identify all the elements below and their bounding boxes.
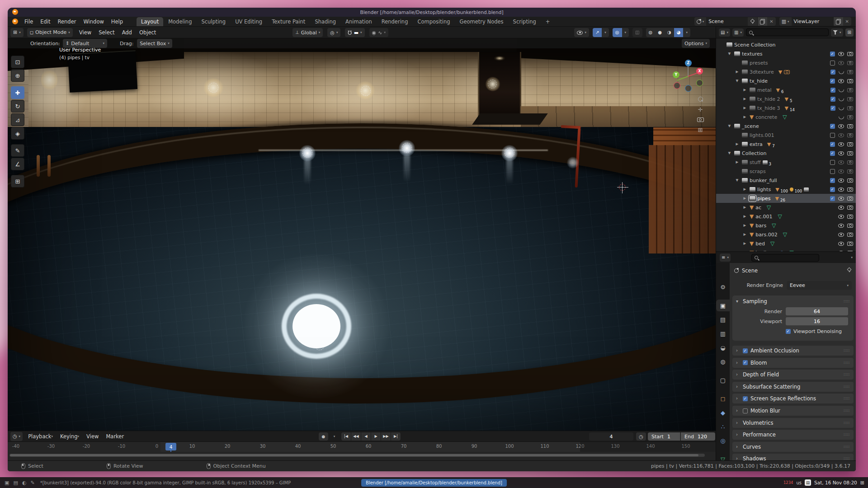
exclude-checkbox[interactable]	[830, 61, 835, 66]
outliner-row-scene[interactable]: ▼_scene	[716, 122, 856, 131]
properties-tab-tool[interactable]: ⚙	[716, 281, 730, 293]
render-samples-field[interactable]: 64	[786, 307, 848, 315]
hide-in-viewport-toggle[interactable]	[838, 242, 844, 246]
outliner-row-metal[interactable]: ▶metal▼6	[716, 85, 856, 94]
properties-tab-scene[interactable]: ◒	[716, 342, 730, 353]
show-overlays-toggle[interactable]: ◎	[613, 28, 622, 37]
pan-icon[interactable]: ✛	[698, 107, 703, 113]
hide-in-viewport-toggle[interactable]	[838, 160, 844, 164]
light-empty-gizmo[interactable]	[302, 148, 312, 158]
workspace-tab-scripting[interactable]: Scripting	[509, 17, 541, 26]
exclude-checkbox[interactable]	[830, 52, 835, 56]
hide-in-viewport-toggle[interactable]	[839, 89, 844, 92]
snapping-controls[interactable]: Ω ▬ ▾	[345, 28, 364, 37]
new-scene-button[interactable]	[757, 17, 767, 26]
tool-transform[interactable]: ◈	[11, 127, 24, 140]
outliner-filter-button[interactable]: ▾	[831, 28, 843, 37]
viewport-menu-view[interactable]: View	[75, 27, 95, 38]
hide-in-viewport-toggle[interactable]	[838, 61, 844, 65]
viewport-samples-field[interactable]: 16	[786, 317, 848, 325]
outliner-row-bunker-full[interactable]: ▼bunker_full	[716, 176, 856, 185]
panel-curves[interactable]: ›Curves∷∷	[732, 442, 854, 452]
axis-x-ball[interactable]: X	[696, 68, 703, 75]
outliner-row-textures[interactable]: ▼textures	[716, 49, 856, 58]
workspace-tab-sculpting[interactable]: Sculpting	[197, 17, 230, 26]
hide-in-viewport-toggle[interactable]	[838, 224, 844, 228]
panel-checkbox-checked[interactable]	[743, 360, 748, 365]
properties-tab-particles[interactable]: ∴	[716, 421, 730, 432]
properties-tab-view-layer[interactable]: ▥	[716, 328, 730, 339]
disable-in-renders-toggle[interactable]	[847, 106, 853, 110]
outliner-row-bars[interactable]: ▶▼bars▽	[716, 221, 856, 230]
drag-setting-selector[interactable]: Select Box ▾	[137, 39, 172, 48]
transport-next-keyframe[interactable]: ▶▶	[381, 432, 391, 441]
workspace-tab-shading[interactable]: Shading	[310, 17, 340, 26]
viewport-menu-add[interactable]: Add	[118, 27, 136, 38]
checkbox-checked[interactable]	[786, 329, 791, 334]
panel-performance[interactable]: ›Performance∷∷	[732, 430, 854, 440]
tray-app-icon[interactable]: ▤	[805, 479, 811, 486]
transport-play[interactable]: ▶	[371, 432, 381, 441]
exclude-checkbox[interactable]	[830, 88, 835, 93]
mode-selector[interactable]: ◻ Object Mode ▾	[27, 28, 73, 37]
options-button[interactable]: Options ▾	[682, 39, 710, 48]
render-engine-selector[interactable]: Eevee ▾	[787, 281, 852, 290]
timeline-scrollbar[interactable]	[9, 454, 705, 457]
outliner-row-lights[interactable]: ▶lights▼100100	[716, 185, 856, 194]
disable-in-renders-toggle[interactable]	[847, 133, 853, 137]
properties-editor-type-button[interactable]: ≡ ▾	[720, 253, 731, 262]
workspace-tab-rendering[interactable]: Rendering	[377, 17, 413, 26]
disclosure-icon[interactable]: ▼	[734, 79, 740, 83]
properties-tab-world[interactable]: ◍	[716, 356, 730, 367]
use-preview-range-button[interactable]: ◷	[636, 432, 646, 441]
scene-browse-button[interactable]: ▾	[694, 17, 707, 26]
exclude-checkbox[interactable]	[830, 151, 835, 156]
exclude-checkbox[interactable]	[830, 196, 835, 201]
timeline-editor-type-button[interactable]: ◷ ▾	[10, 432, 23, 441]
panel-checkbox-checked[interactable]	[743, 396, 748, 401]
light-empty-gizmo[interactable]	[361, 86, 371, 96]
add-workspace-button[interactable]: +	[541, 17, 555, 26]
axis-x-neg-ball[interactable]	[674, 82, 680, 89]
workspace-tab-uv-editing[interactable]: UV Editing	[231, 17, 267, 26]
outliner-row-concrete[interactable]: ▶▼concrete▽	[716, 113, 856, 122]
3d-viewport-canvas[interactable]	[8, 38, 716, 431]
disclosure-icon[interactable]: ▶	[742, 88, 748, 92]
outliner-row-bedlegs[interactable]: ▶▼bedlegs⚙▽	[716, 248, 856, 251]
panel-screen-space-reflections[interactable]: ›Screen Space Reflections∷∷	[732, 394, 854, 404]
menubar-render[interactable]: Render	[54, 17, 80, 26]
taskbar-icon-4[interactable]: ✎	[30, 480, 34, 485]
disclosure-icon[interactable]: ▶	[742, 242, 748, 245]
taskbar-clock[interactable]: Sat, 16 Nov 08:20	[814, 480, 857, 485]
outliner-row-3dtexture[interactable]: ▶3dtexture▼	[716, 67, 856, 76]
disable-in-renders-toggle[interactable]	[847, 97, 853, 101]
disclosure-icon[interactable]: ▶	[742, 224, 748, 227]
zoom-icon[interactable]	[698, 97, 703, 102]
properties-tab-physics[interactable]: ◎	[716, 435, 730, 446]
frame-start-field[interactable]: Start 1	[648, 432, 680, 441]
hide-in-viewport-toggle[interactable]	[838, 124, 844, 128]
panel-volumetrics[interactable]: ›Volumetrics∷∷	[732, 418, 854, 428]
blender-menu-icon[interactable]	[12, 19, 18, 24]
menubar-window[interactable]: Window	[80, 17, 107, 26]
disable-in-renders-toggle[interactable]	[847, 169, 853, 174]
exclude-checkbox[interactable]	[830, 178, 835, 183]
panel-motion-blur[interactable]: ›Motion Blur∷∷	[732, 406, 854, 416]
axis-z-ball[interactable]: Z	[685, 60, 692, 66]
disclosure-icon[interactable]: ▼	[726, 151, 732, 155]
editor-type-button[interactable]: ⊞ ▾	[10, 28, 24, 37]
hide-in-viewport-toggle[interactable]	[838, 133, 844, 137]
disable-in-renders-toggle[interactable]	[847, 151, 853, 155]
disclosure-icon[interactable]: ▶	[742, 106, 748, 110]
scene-selector[interactable]: ▾ Scene ✕	[694, 17, 776, 26]
outliner-row-tx-hide[interactable]: ▼tx_hide	[716, 76, 856, 85]
panel-depth-of-field[interactable]: ›Depth of Field∷∷	[732, 370, 854, 380]
hide-in-viewport-toggle[interactable]	[838, 215, 844, 219]
shading-wireframe-button[interactable]: ◍	[646, 28, 656, 37]
outliner-row-bars-002[interactable]: ▶▼bars.002▽	[716, 230, 856, 239]
transport-prev-frame[interactable]: ◀	[361, 432, 371, 441]
outliner-row-extra[interactable]: ▶extra▼7	[716, 140, 856, 149]
outliner-row-scene-collection[interactable]: Scene Collection	[716, 40, 856, 49]
outliner-row-scraps[interactable]: scraps	[716, 167, 856, 176]
properties-tab-modifiers[interactable]: ◆	[716, 407, 730, 418]
